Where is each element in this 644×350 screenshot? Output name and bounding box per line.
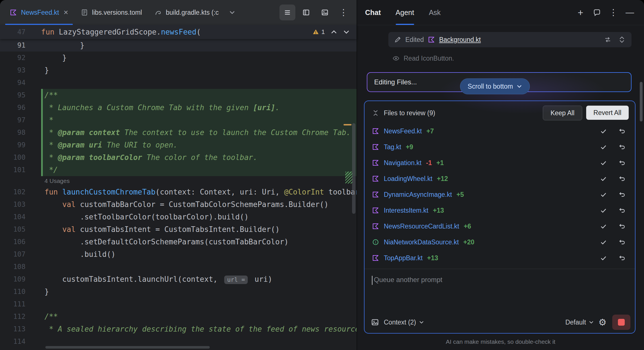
keep-file-icon[interactable] [600,159,607,167]
collapse-icon[interactable] [372,109,379,117]
code-line[interactable]: 100 * @param toolbarColor The color of t… [0,151,357,164]
screenshot-icon[interactable] [317,5,333,20]
file-review-row[interactable]: InterestsItem.kt+13 [365,202,635,218]
revert-file-icon[interactable] [618,254,625,262]
file-name-link[interactable]: NewsResourceCardList.kt [384,223,459,230]
next-issue-icon[interactable] [343,29,350,35]
prompt-input[interactable]: Queue another prompt [365,269,635,311]
tab-ask[interactable]: Ask [429,0,441,25]
code-line[interactable]: 113 * A sealed hierarchy describing the … [0,323,357,335]
code-editor[interactable]: 91 }92 }93}9495/**96 * Launches a Custom… [0,39,357,350]
keep-file-icon[interactable] [600,191,607,198]
code-line[interactable]: 107 .build() [0,248,357,261]
code-line[interactable]: 110} [0,285,357,298]
file-name-link[interactable]: InterestsItem.kt [384,207,428,214]
code-line[interactable]: 99 * @param uri The URI to open. [0,139,357,151]
file-name-link[interactable]: NewsFeed.kt [384,127,422,135]
sticky-code-line[interactable]: 47 fun LazyStaggeredGridScope.newsFeed( … [0,25,357,39]
revert-file-icon[interactable] [618,127,625,135]
edited-file-step[interactable]: Edited Background.kt [388,32,632,47]
edited-file-link[interactable]: Background.kt [439,36,481,44]
revert-file-icon[interactable] [618,159,625,167]
vertical-scrollbar[interactable] [352,123,355,214]
code-line[interactable]: 111 [0,298,357,310]
close-icon[interactable]: × [63,8,68,16]
usages-hint[interactable]: 4 Usages [0,176,357,186]
tab-libs-versions-toml[interactable]: libs.versions.toml [75,0,148,25]
read-file-step[interactable]: Read IconButton. [392,52,632,65]
code-line[interactable]: 104 .setToolbarColor(toolbarColor).build… [0,211,357,223]
diff-icon[interactable] [604,36,612,44]
list-view-icon[interactable] [279,5,295,20]
scrollbar-added-lines-marker[interactable] [345,172,353,183]
file-review-row[interactable]: INiaNetworkDataSource.kt+20 [365,234,635,250]
tab-chat[interactable]: Chat [365,0,381,25]
warning-chip[interactable]: 1 [312,28,325,36]
file-review-row[interactable]: NewsResourceCardList.kt+6 [365,218,635,234]
keep-all-button[interactable]: Keep All [543,106,582,120]
context-selector[interactable]: Context (2) [384,319,424,326]
code-line[interactable]: 108 [0,261,357,273]
code-line[interactable]: 91 } [0,39,357,52]
file-name-link[interactable]: DynamicAsyncImage.kt [384,191,452,199]
code-line[interactable]: 112/** [0,310,357,323]
tab-agent[interactable]: Agent [396,0,414,25]
file-review-row[interactable]: DynamicAsyncImage.kt+5 [365,187,635,202]
revert-file-icon[interactable] [618,238,625,246]
code-line[interactable]: 109 customTabsIntent.launchUrl(context, … [0,273,357,285]
file-review-row[interactable]: NewsFeed.kt+7 [365,123,635,139]
revert-file-icon[interactable] [618,175,625,182]
keep-file-icon[interactable] [600,254,607,262]
file-name-link[interactable]: NiaNetworkDataSource.kt [384,238,459,246]
split-editor-icon[interactable] [298,5,314,20]
code-line[interactable]: 101 */ [0,164,357,176]
code-line[interactable]: 95/** [0,89,357,101]
code-line[interactable]: 102fun launchCustomChromeTab(context: Co… [0,186,357,198]
settings-gear-icon[interactable]: ⚙ [598,318,607,327]
tab-build-gradle[interactable]: build.gradle.kts (:c [148,0,225,25]
model-selector[interactable]: Default [565,319,594,326]
file-name-link[interactable]: TopAppBar.kt [384,254,423,262]
chat-history-icon[interactable] [590,6,604,19]
code-line[interactable]: 96 * Launches a Custom Chrome Tab with t… [0,101,357,114]
keep-file-icon[interactable] [600,223,607,230]
file-review-row[interactable]: Navigation.kt-1+1 [365,155,635,171]
prev-issue-icon[interactable] [331,29,337,35]
expand-icon[interactable] [618,36,626,44]
keep-file-icon[interactable] [600,175,607,182]
code-line[interactable]: 94 [0,76,357,89]
keep-file-icon[interactable] [600,143,607,151]
file-review-row[interactable]: TopAppBar.kt+13 [365,250,635,266]
file-name-link[interactable]: Tag.kt [384,143,401,151]
hidden-tabs-dropdown[interactable] [225,0,239,25]
file-name-link[interactable]: Navigation.kt [384,159,421,167]
code-line[interactable]: 97 * [0,114,357,126]
scroll-to-bottom-button[interactable]: Scroll to bottom [460,78,530,94]
file-review-row[interactable]: LoadingWheel.kt+12 [365,171,635,187]
revert-file-icon[interactable] [618,143,625,151]
code-line[interactable]: 98 * @param context The context to use t… [0,126,357,139]
code-line[interactable]: 106 .setDefaultColorSchemeParams(customT… [0,236,357,248]
attach-image-icon[interactable] [371,318,379,326]
code-line[interactable]: 105 val customTabsIntent = CustomTabsInt… [0,223,357,236]
file-name-link[interactable]: LoadingWheel.kt [384,175,432,183]
horizontal-scrollbar[interactable] [45,346,210,349]
code-line[interactable]: 92 } [0,52,357,64]
keep-file-icon[interactable] [600,127,607,135]
chat-more-options-icon[interactable]: ⋮ [607,6,620,19]
more-options-icon[interactable]: ⋮ [336,5,351,20]
scrollbar-warning-marker[interactable] [344,124,351,125]
tab-newsfeed[interactable]: NewsFeed.kt × [3,0,75,25]
keep-file-icon[interactable] [600,207,607,214]
chat-scrollbar[interactable] [640,82,643,121]
minimize-icon[interactable]: — [623,6,637,19]
code-line[interactable]: 93} [0,64,357,76]
keep-file-icon[interactable] [600,238,607,246]
stop-button[interactable] [612,315,630,330]
file-review-row[interactable]: Tag.kt+9 [365,139,635,155]
revert-all-button[interactable]: Revert All [586,106,629,120]
revert-file-icon[interactable] [618,191,625,198]
new-chat-icon[interactable]: + [574,6,587,19]
code-line[interactable]: 103 val customTabBarColor = CustomTabCol… [0,198,357,211]
revert-file-icon[interactable] [618,207,625,214]
